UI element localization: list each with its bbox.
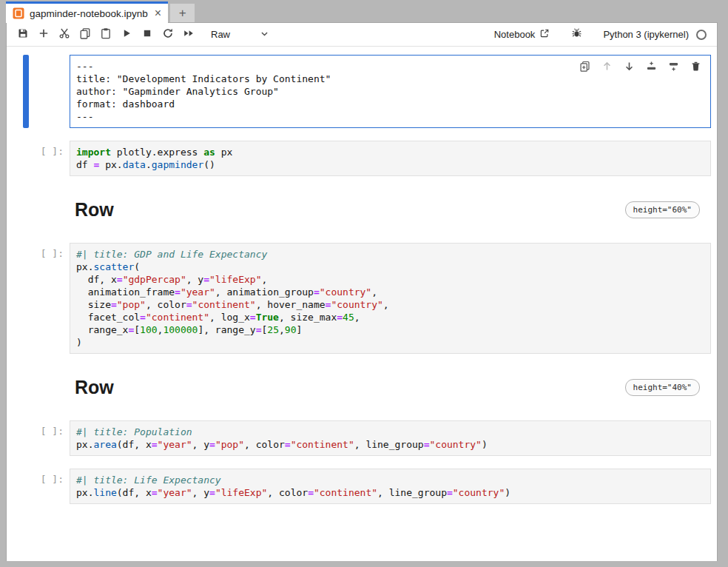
kernel-status-icon: [696, 30, 707, 40]
cell-list: ---title: "Development Indicators by Con…: [7, 55, 717, 504]
markdown-cell[interactable]: Rowheight="60%": [23, 189, 711, 228]
restart-icon: [162, 27, 174, 42]
stop-button[interactable]: [137, 25, 158, 44]
notebook-content: ---title: "Development Indicators by Con…: [7, 47, 717, 561]
tab-notebook[interactable]: gapminder-notebook.ipynb ×: [6, 1, 168, 23]
cell-collapser[interactable]: [23, 55, 29, 128]
bug-icon: [571, 27, 582, 41]
new-tab-button[interactable]: +: [170, 4, 195, 22]
cell-editor[interactable]: #| title: GDP and Life Expectancypx.scat…: [70, 243, 711, 354]
cell-toolbar: [579, 61, 701, 72]
chevron-down-icon: [259, 28, 270, 41]
code-line: ---: [76, 110, 704, 123]
code-cell: [ ]:#| title: Life Expectancypx.line(df,…: [23, 469, 711, 504]
open-as-notebook-button[interactable]: Notebook: [494, 28, 550, 41]
code-text: #| title: GDP and Life Expectancypx.scat…: [76, 248, 704, 349]
external-link-icon: [539, 28, 550, 41]
fast-forward-icon: [183, 27, 195, 42]
insert-above-icon[interactable]: [646, 61, 657, 72]
markdown-cell[interactable]: Rowheight="40%": [23, 366, 711, 406]
code-line: df, x="gdpPercap", y="lifeExp",: [76, 273, 704, 286]
row-heading: Row: [75, 377, 114, 398]
add-icon: [38, 27, 50, 42]
code-line: df = px.data.gapminder(): [76, 158, 704, 171]
notebook-file-icon: [13, 7, 24, 19]
tab-close-icon[interactable]: ×: [155, 7, 161, 19]
cell-collapser[interactable]: [23, 420, 29, 456]
stop-icon: [141, 27, 153, 42]
code-line: title: "Development Indicators by Contin…: [76, 73, 704, 85]
execution-prompt: [ ]:: [29, 420, 70, 456]
run-button[interactable]: [116, 25, 137, 44]
paste-button[interactable]: [95, 25, 116, 44]
height-badge: height="60%": [625, 201, 700, 218]
cell-collapser[interactable]: [23, 243, 29, 354]
code-line: facet_col="continent", log_x=True, size_…: [76, 311, 704, 323]
cell-type-dropdown[interactable]: Raw: [209, 27, 272, 43]
insert-below-icon[interactable]: [668, 61, 679, 72]
execution-prompt: [ ]:: [29, 243, 70, 354]
code-line: px.area(df, x="year", y="pop", color="co…: [76, 438, 704, 451]
code-cell: [ ]:import plotly.express as pxdf = px.d…: [23, 141, 711, 176]
code-line: import plotly.express as px: [76, 146, 704, 158]
tab-bar: gapminder-notebook.ipynb × +: [0, 0, 728, 22]
jupyterlab-window: gapminder-notebook.ipynb × + Raw Noteboo…: [0, 0, 728, 567]
code-line: #| title: GDP and Life Expectancy: [76, 248, 704, 261]
cell-collapser[interactable]: [23, 469, 29, 504]
code-line: range_x=[100,100000], range_y=[25,90]: [76, 323, 704, 336]
copy-icon: [79, 27, 91, 42]
move-down-icon[interactable]: [624, 61, 635, 72]
code-cell: [ ]:#| title: GDP and Life Expectancypx.…: [23, 243, 711, 354]
toolbar-right: Notebook Python 3 (ipykernel): [494, 27, 707, 42]
notebook-link-label: Notebook: [494, 29, 536, 40]
code-line: px.scatter(: [76, 261, 704, 273]
code-line: ): [76, 336, 704, 349]
tab-title: gapminder-notebook.ipynb: [30, 8, 148, 19]
code-line: #| title: Population: [76, 426, 704, 438]
restart-button[interactable]: [158, 25, 178, 44]
code-line: #| title: Life Expectancy: [76, 474, 704, 486]
toolbar-left: [13, 25, 199, 44]
code-line: author: "Gapminder Analytics Group": [76, 85, 704, 98]
execution-prompt: [ ]:: [29, 141, 70, 176]
cell-editor[interactable]: import plotly.express as pxdf = px.data.…: [70, 141, 711, 176]
notebook-panel: Raw Notebook Python 3 (ipykernel) ---tit…: [6, 22, 718, 561]
execution-prompt: [29, 55, 70, 128]
save-button[interactable]: [13, 25, 33, 44]
code-text: import plotly.express as pxdf = px.data.…: [76, 146, 704, 171]
code-line: size="pop", color="continent", hover_nam…: [76, 298, 704, 311]
copy-button[interactable]: [75, 25, 95, 44]
delete-icon[interactable]: [690, 61, 701, 72]
code-text: #| title: Populationpx.area(df, x="year"…: [76, 426, 704, 451]
cell-editor[interactable]: #| title: Populationpx.area(df, x="year"…: [70, 420, 711, 456]
execution-prompt: [ ]:: [29, 469, 70, 504]
code-line: animation_frame="year", animation_group=…: [76, 286, 704, 298]
notebook-toolbar: Raw Notebook Python 3 (ipykernel): [7, 23, 717, 47]
row-heading: Row: [75, 199, 114, 221]
cut-button[interactable]: [54, 25, 75, 44]
cut-icon: [58, 27, 70, 42]
cell-editor[interactable]: ---title: "Development Indicators by Con…: [70, 55, 711, 128]
raw-cell: ---title: "Development Indicators by Con…: [23, 55, 711, 128]
add-button[interactable]: [33, 25, 54, 44]
code-line: px.line(df, x="year", y="lifeExp", color…: [76, 486, 704, 499]
code-line: format: dashboard: [76, 98, 704, 110]
kernel-name[interactable]: Python 3 (ipykernel): [603, 29, 689, 40]
fast-forward-button[interactable]: [178, 25, 199, 44]
debugger-button[interactable]: [569, 27, 584, 42]
move-up-icon[interactable]: [601, 61, 613, 72]
run-icon: [121, 27, 132, 42]
height-badge: height="40%": [625, 379, 700, 396]
cell-type-value: Raw: [211, 29, 230, 40]
save-icon: [17, 27, 29, 42]
cell-collapser[interactable]: [23, 141, 29, 176]
cell-editor[interactable]: #| title: Life Expectancypx.line(df, x="…: [70, 469, 711, 504]
code-text: #| title: Life Expectancypx.line(df, x="…: [76, 474, 704, 499]
duplicate-icon[interactable]: [579, 61, 590, 72]
plus-icon: +: [179, 6, 186, 21]
paste-icon: [100, 27, 112, 42]
code-cell: [ ]:#| title: Populationpx.area(df, x="y…: [23, 420, 711, 456]
